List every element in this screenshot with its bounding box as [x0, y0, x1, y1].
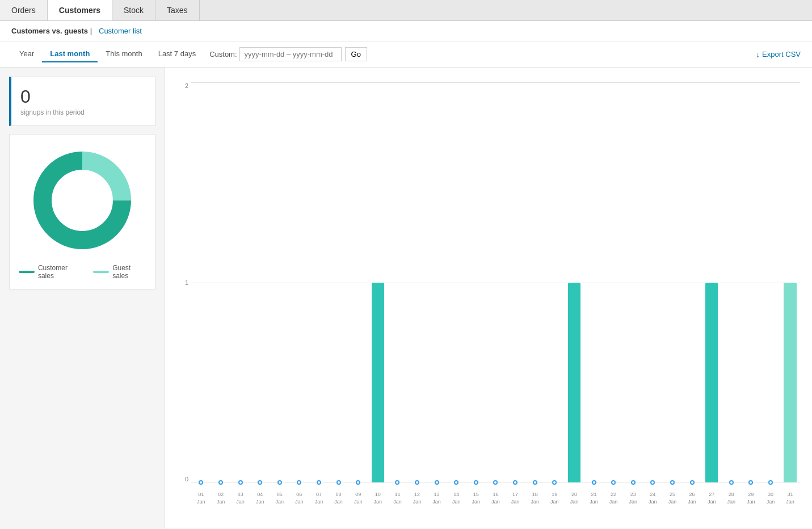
x-label-04: 04Jan: [250, 485, 270, 519]
donut-legend: Customer sales Guest sales: [19, 264, 146, 280]
x-label-13: 13Jan: [427, 485, 447, 519]
bar-col-13: [427, 82, 447, 482]
x-label-24: 24Jan: [643, 485, 663, 519]
signups-label: signups in this period: [20, 108, 146, 116]
x-label-06: 06Jan: [289, 485, 309, 519]
dot-01: [199, 480, 203, 485]
bar-col-23: [623, 82, 643, 482]
dot-25: [670, 480, 675, 485]
dot-05: [277, 480, 282, 485]
dot-18: [533, 480, 537, 485]
x-label-30: 30Jan: [761, 485, 781, 519]
dot-30: [768, 480, 773, 485]
bar-col-06: [289, 82, 309, 482]
x-label-14: 14Jan: [447, 485, 466, 519]
bar-col-08: [329, 82, 348, 482]
bar-31: [784, 283, 796, 483]
y-label-1: 1: [174, 279, 188, 286]
x-label-26: 26Jan: [682, 485, 702, 519]
legend-label-customer: Customer sales: [38, 264, 82, 280]
x-label-31: 31Jan: [780, 485, 800, 519]
filter-tab-last-month[interactable]: Last month: [42, 46, 98, 62]
x-label-17: 17Jan: [506, 485, 525, 519]
main-content: 0 signups in this period: [0, 68, 812, 528]
left-panel: 0 signups in this period: [0, 68, 165, 528]
chart-wrapper: 2 1 0 01Jan02Jan03Jan04Jan05Jan06Jan07Ja…: [174, 77, 803, 519]
bar-col-20: [565, 82, 584, 482]
dot-22: [611, 480, 616, 485]
dot-24: [650, 480, 655, 485]
bar-col-21: [584, 82, 604, 482]
bar-col-15: [466, 82, 486, 482]
signups-count: 0: [20, 86, 146, 107]
x-label-03: 03Jan: [230, 485, 250, 519]
x-label-27: 27Jan: [702, 485, 722, 519]
bar-col-17: [506, 82, 525, 482]
filter-bar: Year Last month This month Last 7 days C…: [0, 41, 812, 68]
x-label-16: 16Jan: [486, 485, 506, 519]
tab-customers[interactable]: Customers: [48, 0, 112, 20]
filter-tab-year[interactable]: Year: [11, 46, 42, 62]
tab-orders[interactable]: Orders: [0, 0, 48, 20]
dot-14: [454, 480, 458, 485]
x-label-23: 23Jan: [623, 485, 643, 519]
donut-card: Customer sales Guest sales: [9, 134, 155, 289]
bars-area: [191, 82, 800, 482]
dot-04: [258, 480, 262, 485]
bar-col-29: [741, 82, 761, 482]
bar-col-12: [407, 82, 427, 482]
bar-col-16: [486, 82, 506, 482]
bar-col-03: [230, 82, 250, 482]
export-csv-button[interactable]: ↓ Export CSV: [756, 50, 801, 59]
filter-tab-last-7-days[interactable]: Last 7 days: [150, 46, 204, 62]
custom-range-input[interactable]: [239, 47, 342, 61]
dot-17: [513, 480, 518, 485]
y-label-2: 2: [174, 82, 188, 89]
breadcrumb-main: Customers vs. guests: [11, 27, 88, 35]
legend-guest-sales: Guest sales: [93, 264, 146, 280]
x-label-20: 20Jan: [565, 485, 584, 519]
tab-stock[interactable]: Stock: [112, 0, 155, 20]
legend-label-guest: Guest sales: [112, 264, 146, 280]
breadcrumb-customer-list-link[interactable]: Customer list: [99, 27, 142, 35]
legend-dot-customer: [19, 271, 35, 273]
x-label-05: 05Jan: [270, 485, 289, 519]
bar-col-27: [702, 82, 722, 482]
bar-col-09: [348, 82, 368, 482]
svg-point-3: [53, 171, 112, 230]
dot-28: [729, 480, 734, 485]
dot-15: [474, 480, 478, 485]
bar-col-26: [682, 82, 702, 482]
x-label-29: 29Jan: [741, 485, 761, 519]
dot-12: [415, 480, 419, 485]
bar-20: [568, 283, 580, 483]
x-label-18: 18Jan: [525, 485, 545, 519]
dot-11: [395, 480, 399, 485]
dot-19: [552, 480, 557, 485]
filter-tab-this-month[interactable]: This month: [98, 46, 150, 62]
bar-col-10: [368, 82, 388, 482]
dot-03: [238, 480, 243, 485]
dot-29: [748, 480, 753, 485]
tab-taxes[interactable]: Taxes: [155, 0, 200, 20]
custom-range-container: Custom: Go: [209, 47, 367, 61]
dot-23: [631, 480, 636, 485]
dot-08: [336, 480, 341, 485]
bar-col-05: [270, 82, 289, 482]
x-label-28: 28Jan: [721, 485, 741, 519]
x-label-15: 15Jan: [466, 485, 486, 519]
y-label-0: 0: [174, 476, 188, 482]
custom-label: Custom:: [209, 50, 237, 58]
breadcrumb: Customers vs. guests | Customer list: [0, 21, 812, 41]
export-label: Export CSV: [762, 50, 801, 58]
go-button[interactable]: Go: [345, 47, 367, 61]
dot-06: [297, 480, 301, 485]
bar-col-30: [761, 82, 781, 482]
x-label-25: 25Jan: [663, 485, 683, 519]
x-label-22: 22Jan: [604, 485, 624, 519]
donut-chart: [26, 144, 139, 257]
x-label-10: 10Jan: [368, 485, 388, 519]
bar-10: [372, 283, 384, 483]
bar-col-01: [191, 82, 211, 482]
x-label-21: 21Jan: [584, 485, 604, 519]
